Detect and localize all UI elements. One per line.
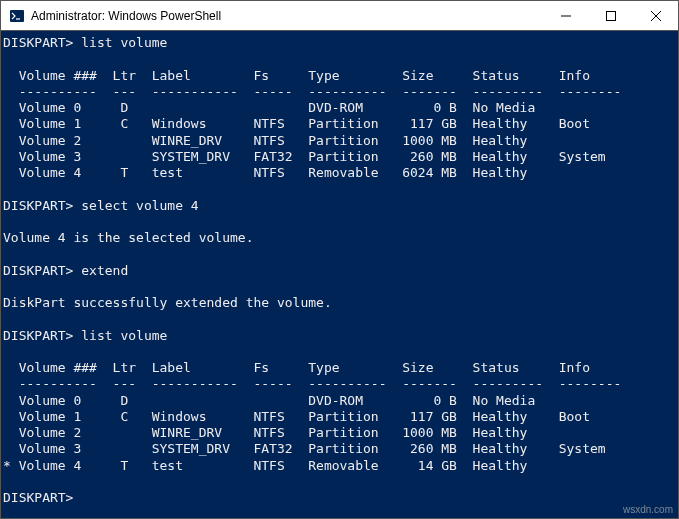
table-row: * Volume 4 T test NTFS Removable 14 GB H… — [3, 458, 527, 473]
output-message: DiskPart successfully extended the volum… — [3, 295, 332, 310]
terminal-output[interactable]: DISKPART> list volume Volume ### Ltr Lab… — [1, 31, 678, 518]
svg-rect-1 — [606, 11, 615, 20]
maximize-button[interactable] — [588, 1, 633, 30]
table-row: Volume 4 T test NTFS Removable 6024 MB H… — [3, 165, 527, 180]
table-separator: ---------- --- ----------- ----- -------… — [3, 376, 621, 391]
window-controls — [543, 1, 678, 30]
table-row: Volume 3 SYSTEM_DRV FAT32 Partition 260 … — [3, 149, 606, 164]
command: list volume — [81, 328, 167, 343]
table-row: Volume 1 C Windows NTFS Partition 117 GB… — [3, 409, 590, 424]
command: extend — [81, 263, 128, 278]
table-row: Volume 1 C Windows NTFS Partition 117 GB… — [3, 116, 590, 131]
window-title: Administrator: Windows PowerShell — [31, 9, 221, 23]
table-row: Volume 0 D DVD-ROM 0 B No Media — [3, 100, 535, 115]
command: list volume — [81, 35, 167, 50]
close-button[interactable] — [633, 1, 678, 30]
minimize-button[interactable] — [543, 1, 588, 30]
output-message: Volume 4 is the selected volume. — [3, 230, 253, 245]
powershell-icon — [9, 8, 25, 24]
command: select volume 4 — [81, 198, 198, 213]
table-row: Volume 3 SYSTEM_DRV FAT32 Partition 260 … — [3, 441, 606, 456]
table-header: Volume ### Ltr Label Fs Type Size Status… — [3, 68, 590, 83]
table-header: Volume ### Ltr Label Fs Type Size Status… — [3, 360, 590, 375]
prompt: DISKPART> — [3, 263, 73, 278]
prompt: DISKPART> — [3, 328, 73, 343]
prompt: DISKPART> — [3, 490, 73, 505]
prompt: DISKPART> — [3, 35, 73, 50]
table-row: Volume 0 D DVD-ROM 0 B No Media — [3, 393, 535, 408]
app-window: Administrator: Windows PowerShell DISKPA… — [0, 0, 679, 519]
table-row: Volume 2 WINRE_DRV NTFS Partition 1000 M… — [3, 133, 527, 148]
table-row: Volume 2 WINRE_DRV NTFS Partition 1000 M… — [3, 425, 527, 440]
table-separator: ---------- --- ----------- ----- -------… — [3, 84, 621, 99]
prompt: DISKPART> — [3, 198, 73, 213]
svg-rect-0 — [10, 10, 24, 22]
titlebar[interactable]: Administrator: Windows PowerShell — [1, 1, 678, 31]
